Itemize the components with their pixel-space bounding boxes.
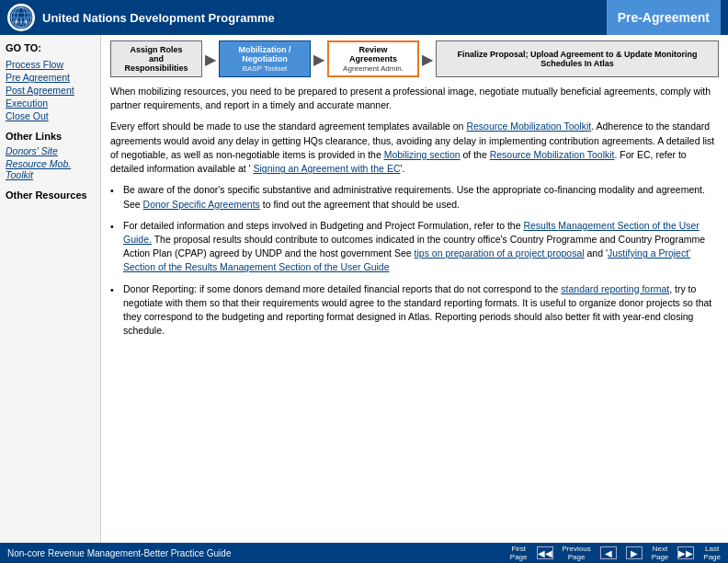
footer-nav-last: Last Page <box>703 545 721 561</box>
first-page-label2: Page <box>510 553 528 561</box>
last-page-label: Last <box>705 545 719 553</box>
intro-paragraph: When mobilizing resources, you need to b… <box>110 85 719 112</box>
bullet-icon-1: • <box>110 184 118 211</box>
other-links-title: Other Links <box>6 131 95 142</box>
sidebar-item-pre-agreement[interactable]: Pre Agreement <box>6 72 95 83</box>
flow-step-mob-label: Mobilization /Negotiation <box>239 45 291 63</box>
flow-step-review: ReviewAgreements Agreement Admin. <box>327 40 419 77</box>
page-title: Pre-Agreement <box>607 0 721 35</box>
process-flow-bar: Assign RolesandResponsibilities ▶ Mobili… <box>110 40 719 77</box>
sidebar-item-execution[interactable]: Execution <box>6 98 95 109</box>
sidebar: GO TO: Process Flow Pre Agreement Post A… <box>0 35 101 543</box>
sidebar-item-close-out[interactable]: Close Out <box>6 110 95 121</box>
link-resource-mob-toolkit[interactable]: Resource Mobilization Toolkit <box>466 121 591 132</box>
org-name: United Nations Development Programme <box>42 11 275 25</box>
footer-nav: First Page ◀◀ Previous Page ◀ ▶ Next Pag… <box>510 545 721 561</box>
bullet-3-text: Donor Reporting: if some donors demand m… <box>123 282 719 339</box>
other-resources-label: Other Resources <box>6 190 95 201</box>
link-resource-mob-toolkit-2[interactable]: Resource Mobilization Toolkit <box>490 149 615 160</box>
last-page-label2: Page <box>703 553 721 561</box>
link-tips-proposal[interactable]: tips on preparation of a project proposa… <box>415 247 585 259</box>
previous-page-button[interactable]: ◀ <box>600 546 617 559</box>
flow-step-mob-sub: BASP Toolset <box>243 64 288 73</box>
prev-page-label: Previous <box>563 545 591 553</box>
footer: Non-core Revenue Management-Better Pract… <box>0 543 728 563</box>
un-logo-icon <box>7 4 35 31</box>
content-area: Assign RolesandResponsibilities ▶ Mobili… <box>101 35 728 543</box>
bullet-2: • For detailed information and steps inv… <box>110 219 719 275</box>
next-page-label: Next <box>653 545 667 553</box>
other-links-section: Other Links Donors' Site Resource Mob. T… <box>6 131 95 180</box>
bullet-icon-3: • <box>110 283 118 339</box>
footer-nav-next: Next Page <box>652 545 669 561</box>
flow-arrow-3: ▶ <box>422 51 433 68</box>
footer-nav-first: First Page <box>510 545 528 561</box>
flow-step-assign-label: Assign RolesandResponsibilities <box>124 45 188 73</box>
first-page-label: First <box>511 545 526 553</box>
next-page-button[interactable]: ▶ <box>626 546 643 559</box>
sidebar-item-process-flow[interactable]: Process Flow <box>6 59 95 70</box>
flow-step-finalize-label: Finalize Proposal; Upload Agreement to &… <box>441 50 713 68</box>
link-justifying-project[interactable]: Justifying a Project' Section of the Res… <box>123 247 690 272</box>
last-page-button[interactable]: ▶▶ <box>677 546 694 559</box>
prev-page-label2: Page <box>568 553 586 561</box>
main-layout: GO TO: Process Flow Pre Agreement Post A… <box>0 35 728 543</box>
link-results-mgmt[interactable]: Results Management Section of the User G… <box>123 220 700 245</box>
header-logo: United Nations Development Programme <box>7 4 275 31</box>
flow-step-assign: Assign RolesandResponsibilities <box>110 40 202 77</box>
sidebar-link-donors-site[interactable]: Donors' Site <box>6 145 95 156</box>
link-standard-reporting[interactable]: standard reporting format <box>561 283 669 294</box>
flow-step-review-label: ReviewAgreements <box>349 45 397 63</box>
goto-label: GO TO: <box>6 42 95 53</box>
link-signing-ec[interactable]: Signing an Agreement with the EC <box>254 163 401 174</box>
flow-arrow-2: ▶ <box>313 51 324 68</box>
other-resources-section: Other Resources <box>6 190 95 201</box>
flow-arrow-1: ▶ <box>205 51 216 68</box>
sidebar-link-resource-mob[interactable]: Resource Mob. Toolkit <box>6 158 95 180</box>
footer-nav-previous: Previous Page <box>563 545 591 561</box>
link-donor-specific[interactable]: Donor Specific Agreements <box>143 199 260 210</box>
flow-step-review-sub: Agreement Admin. <box>343 64 404 73</box>
sidebar-item-post-agreement[interactable]: Post Agreement <box>6 85 95 96</box>
flow-step-mobilization: Mobilization /Negotiation BASP Toolset <box>219 40 311 77</box>
next-page-label2: Page <box>652 553 669 561</box>
footer-label: Non-core Revenue Management-Better Pract… <box>7 548 231 558</box>
link-mobilizing-section[interactable]: Mobilizing section <box>384 149 461 160</box>
flow-step-finalize: Finalize Proposal; Upload Agreement to &… <box>436 40 719 77</box>
first-page-button[interactable]: ◀◀ <box>537 546 553 559</box>
header: United Nations Development Programme Pre… <box>0 0 728 35</box>
bullet-2-text: For detailed information and steps invol… <box>123 219 719 275</box>
para1: Every effort should be made to use the s… <box>110 120 719 176</box>
bullet-1-text: Be aware of the donor's specific substan… <box>123 183 719 211</box>
bullet-1: • Be aware of the donor's specific subst… <box>110 183 719 211</box>
bullet-3: • Donor Reporting: if some donors demand… <box>110 282 719 339</box>
bullet-icon-2: • <box>110 220 118 275</box>
